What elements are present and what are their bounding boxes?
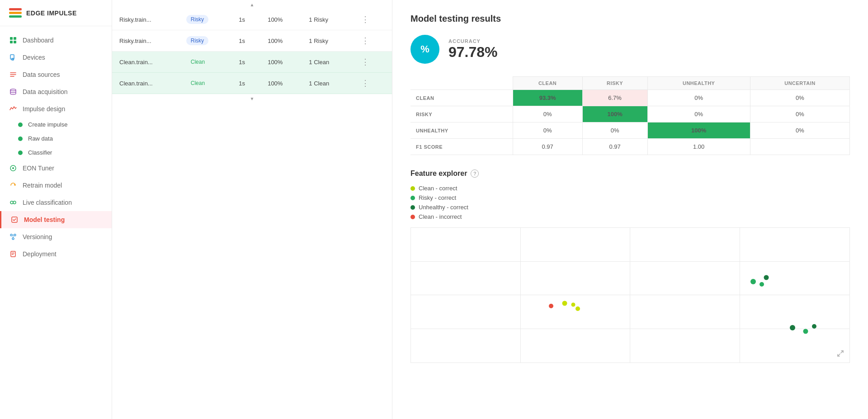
- data-sources-icon: [9, 71, 17, 79]
- legend-dot-unhealthy-correct: [410, 205, 415, 210]
- scatter-cell: [411, 329, 521, 363]
- sidebar-item-retrain-model[interactable]: Retrain model: [0, 177, 112, 194]
- matrix-label-unhealthy: UNHEALTHY: [410, 122, 513, 139]
- data-acquisition-icon: [9, 88, 17, 96]
- logo-icon: [9, 8, 22, 18]
- sidebar-item-classifier[interactable]: Classifier: [0, 146, 112, 160]
- scatter-plot: [410, 227, 850, 363]
- row-filename: Clean.train...: [112, 73, 179, 94]
- sidebar-item-versioning[interactable]: Versioning: [0, 228, 112, 245]
- scatter-cell: [740, 329, 850, 363]
- scatter-point-clean-correct-3: [571, 302, 575, 306]
- svg-point-17: [14, 234, 16, 236]
- sidebar-nav: Dashboard Devices Data sources: [0, 26, 112, 419]
- row-label: Risky: [179, 9, 232, 30]
- matrix-cell: 6.7%: [582, 90, 647, 106]
- scatter-cell: [630, 262, 740, 296]
- table-row: Risky.train... Risky 1s 100% 1 Risky ⋮: [112, 30, 392, 52]
- sidebar-label-model-testing: Model testing: [24, 216, 65, 223]
- accuracy-percent-symbol: %: [420, 43, 429, 55]
- matrix-cell: 1.00: [647, 139, 750, 155]
- matrix-cell: 0%: [750, 106, 849, 122]
- sidebar-label-versioning: Versioning: [23, 233, 52, 240]
- app-name: EDGE IMPULSE: [26, 9, 77, 17]
- matrix-cell: 0%: [750, 122, 849, 139]
- row-more[interactable]: ⋮: [350, 9, 392, 30]
- sidebar-item-eon-tuner[interactable]: EON Tuner: [0, 160, 112, 177]
- matrix-header-uncertain: UNCERTAIN: [750, 77, 849, 90]
- row-filename: Clean.train...: [112, 52, 179, 73]
- svg-rect-1: [14, 37, 16, 40]
- svg-point-16: [10, 234, 12, 236]
- scatter-cell: [630, 295, 740, 329]
- svg-point-18: [12, 238, 14, 240]
- scatter-cell: [521, 295, 631, 329]
- svg-rect-3: [14, 41, 16, 43]
- dashboard-icon: [9, 36, 17, 44]
- table-row: Risky.train... Risky 1s 100% 1 Risky ⋮: [112, 9, 392, 30]
- row-duration: 1s: [231, 30, 260, 52]
- table-row: Clean.train... Clean 1s 100% 1 Clean ⋮: [112, 52, 392, 73]
- sidebar-item-create-impulse[interactable]: Create impulse: [0, 118, 112, 132]
- feature-explorer-title: Feature explorer ?: [410, 169, 850, 178]
- scatter-point-unhealthy-correct-1: [790, 325, 795, 330]
- legend-label-unhealthy-correct: Unhealthy - correct: [419, 204, 468, 211]
- feature-explorer-label: Feature explorer: [410, 169, 467, 178]
- matrix-cell: [750, 139, 849, 155]
- scatter-point-unhealthy-correct-2: [803, 329, 808, 334]
- sidebar-label-devices: Devices: [23, 54, 45, 61]
- matrix-label-clean: CLEAN: [410, 90, 513, 106]
- sidebar-item-dashboard[interactable]: Dashboard: [0, 32, 112, 49]
- matrix-row-risky: RISKY 0% 100% 0% 0%: [410, 106, 850, 122]
- row-samples: 1 Risky: [302, 30, 350, 52]
- sidebar-item-impulse-design[interactable]: Impulse design: [0, 100, 112, 118]
- matrix-label-f1: F1 SCORE: [410, 139, 513, 155]
- legend-item-unhealthy-correct: Unhealthy - correct: [410, 204, 850, 211]
- sidebar-label-eon-tuner: EON Tuner: [23, 165, 54, 172]
- matrix-cell: 0%: [582, 122, 647, 139]
- matrix-row-unhealthy: UNHEALTHY 0% 0% 100% 0%: [410, 122, 850, 139]
- data-panel: ▲ Risky.train... Risky 1s 100% 1 Risky ⋮…: [112, 0, 392, 419]
- sidebar-item-live-classification[interactable]: Live classification: [0, 194, 112, 211]
- row-more[interactable]: ⋮: [350, 73, 392, 94]
- svg-rect-2: [10, 41, 13, 43]
- matrix-row-f1: F1 SCORE 0.97 0.97 1.00: [410, 139, 850, 155]
- matrix-row-clean: CLEAN 93.3% 6.7% 0% 0%: [410, 90, 850, 106]
- sidebar-label-data-acquisition: Data acquisition: [23, 88, 68, 95]
- scatter-point-risky-correct-2: [764, 275, 769, 280]
- sidebar-item-model-testing[interactable]: Model testing: [0, 211, 112, 228]
- feature-explorer-legend: Clean - correct Risky - correct Unhealth…: [410, 185, 850, 220]
- row-more[interactable]: ⋮: [350, 52, 392, 73]
- scroll-up-arrow[interactable]: ▲: [112, 0, 392, 9]
- raw-data-dot: [18, 137, 23, 141]
- sidebar-label-live-classification: Live classification: [23, 199, 72, 206]
- row-filename: Risky.train...: [112, 9, 179, 30]
- sidebar-item-devices[interactable]: Devices: [0, 49, 112, 66]
- matrix-header-empty: [410, 77, 513, 90]
- scatter-cell: [411, 295, 521, 329]
- sidebar-item-raw-data[interactable]: Raw data: [0, 132, 112, 146]
- matrix-cell: 0%: [513, 122, 582, 139]
- sidebar-item-data-acquisition[interactable]: Data acquisition: [0, 83, 112, 100]
- scatter-point-risky-correct-3: [760, 282, 764, 287]
- deployment-icon: [9, 250, 17, 258]
- scatter-cell: [740, 295, 850, 329]
- row-more[interactable]: ⋮: [350, 30, 392, 52]
- matrix-header-risky: RISKY: [582, 77, 647, 90]
- scatter-cell: [411, 262, 521, 296]
- sidebar-label-create-impulse: Create impulse: [28, 121, 67, 128]
- scroll-down-arrow[interactable]: ▼: [112, 94, 392, 103]
- row-accuracy: 100%: [260, 9, 302, 30]
- legend-dot-risky-correct: [410, 196, 415, 200]
- logo-bar-orange: [9, 12, 22, 14]
- sidebar-label-data-sources: Data sources: [23, 71, 60, 78]
- scatter-cell: [521, 262, 631, 296]
- sidebar-item-data-sources[interactable]: Data sources: [0, 66, 112, 83]
- svg-point-11: [12, 167, 14, 169]
- create-impulse-dot: [18, 122, 23, 127]
- sidebar-item-deployment[interactable]: Deployment: [0, 245, 112, 263]
- expand-icon[interactable]: [837, 350, 846, 359]
- feature-explorer-help-icon[interactable]: ?: [471, 169, 479, 178]
- logo-bar-red: [9, 8, 22, 10]
- matrix-cell: 0%: [647, 90, 750, 106]
